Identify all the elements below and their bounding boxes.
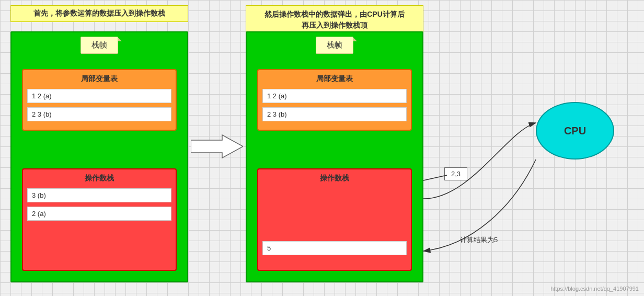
title-right-banner: 然后操作数栈中的数据弹出，由CPU计算后再压入到操作数栈顶 bbox=[246, 5, 423, 35]
right-var-row-1: 1 2 (a) bbox=[262, 89, 407, 103]
value-box: 2,3 bbox=[444, 167, 467, 180]
left-operand-title: 操作数栈 bbox=[27, 174, 171, 183]
left-frame: 栈帧 局部变量表 1 2 (a) 2 3 (b) 操作数栈 3 (b) 2 (a… bbox=[10, 31, 188, 282]
svg-marker-0 bbox=[191, 135, 243, 158]
svg-line-3 bbox=[423, 175, 447, 180]
result-label: 计算结果为5 bbox=[460, 235, 498, 245]
right-stack-row-1: 5 bbox=[262, 241, 407, 255]
right-local-var-table: 局部变量表 1 2 (a) 2 3 (b) bbox=[257, 69, 412, 131]
title-right-text: 然后操作数栈中的数据弹出，由CPU计算后再压入到操作数栈顶 bbox=[264, 10, 405, 29]
left-var-row-2: 2 3 (b) bbox=[27, 107, 171, 121]
left-local-var-table: 局部变量表 1 2 (a) 2 3 (b) bbox=[22, 69, 177, 131]
right-operand-stack: 操作数栈 5 bbox=[257, 168, 412, 271]
left-stack-row-1: 3 (b) bbox=[27, 188, 171, 202]
right-var-row-2: 2 3 (b) bbox=[262, 107, 407, 121]
cpu-label: CPU bbox=[564, 125, 586, 137]
title-left-banner: 首先，将参数运算的数据压入到操作数栈 bbox=[10, 5, 188, 22]
cpu-ellipse: CPU bbox=[536, 102, 614, 160]
left-var-row-1: 1 2 (a) bbox=[27, 89, 171, 103]
left-stack-frame-label: 栈帧 bbox=[80, 37, 118, 54]
watermark: https://blog.csdn.net/qq_41907991 bbox=[550, 286, 639, 292]
left-stack-row-2: 2 (a) bbox=[27, 207, 171, 221]
right-operand-title: 操作数栈 bbox=[262, 174, 407, 183]
left-operand-stack: 操作数栈 3 (b) 2 (a) bbox=[22, 168, 177, 271]
right-stack-frame-label: 栈帧 bbox=[316, 37, 353, 54]
right-local-var-title: 局部变量表 bbox=[262, 74, 407, 84]
right-frame: 栈帧 局部变量表 1 2 (a) 2 3 (b) 操作数栈 5 bbox=[246, 31, 423, 282]
title-left-text: 首先，将参数运算的数据压入到操作数栈 bbox=[33, 9, 165, 17]
main-content: 首先，将参数运算的数据压入到操作数栈 然后操作数栈中的数据弹出，由CPU计算后再… bbox=[0, 0, 644, 296]
center-arrow bbox=[191, 131, 243, 162]
left-local-var-title: 局部变量表 bbox=[27, 74, 171, 84]
